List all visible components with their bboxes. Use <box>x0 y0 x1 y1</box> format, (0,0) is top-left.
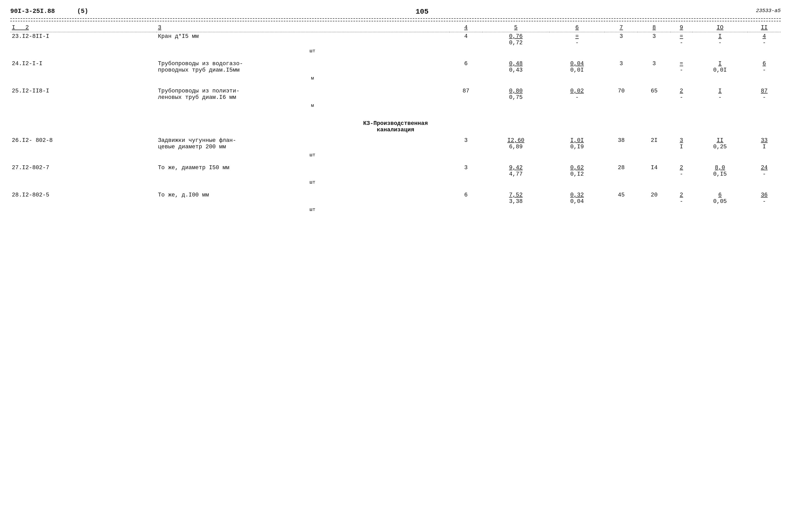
col-header-1: I 2 <box>10 23 157 32</box>
spacer-row <box>10 162 781 164</box>
unit-cell-label: шт <box>157 206 449 216</box>
cell-col11: 4- <box>748 32 781 48</box>
cell-col11: 24- <box>748 164 781 178</box>
col-header-7: 7 <box>605 23 638 32</box>
spacer-row <box>10 216 781 218</box>
cell-description: То же, диаметр I50 мм <box>157 164 449 178</box>
unit-cell-empty <box>10 102 157 112</box>
cell-col9: 2- <box>671 87 692 102</box>
unit-row: шт <box>10 47 781 57</box>
spacer-cell <box>10 85 781 87</box>
cell-col6: 0,02- <box>549 87 605 102</box>
cell-col9: 2- <box>671 191 692 206</box>
main-table: I 2 3 4 5 6 7 8 9 IO II 23.I2-8II-IКран … <box>10 23 781 218</box>
fraction-9: =- <box>680 33 683 46</box>
spacer-cell <box>10 112 781 114</box>
row-id: 25.I2-II8-I <box>12 88 49 94</box>
cell-col5: I2,606,89 <box>482 136 549 151</box>
cell-col9: =- <box>671 32 692 48</box>
fraction-9: 3I <box>680 137 683 150</box>
doc-code: 23533-a5 <box>756 8 781 14</box>
unit-cell-empty <box>10 178 157 189</box>
fraction-6: =- <box>575 33 579 46</box>
cell-col5: 9,424,77 <box>482 164 549 178</box>
spacer-cell <box>10 189 781 191</box>
cell-col10: II0,25 <box>692 136 748 151</box>
fraction-10: I- <box>718 88 722 101</box>
cell-col8: 2I <box>638 136 671 151</box>
cell-col10: I- <box>692 87 748 102</box>
col-header-5: 5 <box>482 23 549 32</box>
spacer-row <box>10 189 781 191</box>
row-id: 24.I2-I-I <box>12 60 42 67</box>
cell-col9: 2- <box>671 164 692 178</box>
cell-col6: 0,040,0I <box>549 59 605 74</box>
fraction-9: =- <box>680 60 683 73</box>
cell-id: 26.I2- 802-8 <box>10 136 157 151</box>
unit-row: м <box>10 74 781 85</box>
cell-col10: I- <box>692 32 748 48</box>
cell-col7: 70 <box>605 87 638 102</box>
cell-col6: 0,320,04 <box>549 191 605 206</box>
cell-col5: 0,800,75 <box>482 87 549 102</box>
unit-cell-empty <box>10 206 157 216</box>
cell-col8: 65 <box>638 87 671 102</box>
table-row: 23.I2-8II-IКран д*I5 мм40,760,72=-33=-I-… <box>10 32 781 48</box>
cell-col8: I4 <box>638 164 671 178</box>
fraction-11: 6- <box>762 60 766 73</box>
unit-row: шт <box>10 151 781 162</box>
fraction-6: 0,620,I2 <box>570 165 584 177</box>
table-row: 25.I2-II8-IТрубопроводы из полиэти-ленов… <box>10 87 781 102</box>
col-header-9: 9 <box>671 23 692 32</box>
top-dashed-line <box>10 18 781 19</box>
cell-description: То же, д.I00 мм <box>157 191 449 206</box>
row-id: 27.I2-802-7 <box>12 165 49 171</box>
second-dashed-line <box>10 21 781 21</box>
unit-row: м <box>10 102 781 112</box>
cell-col11: 6- <box>748 59 781 74</box>
table-row: 26.I2- 802-8Задвижки чугунные флан-цевые… <box>10 136 781 151</box>
cell-col11: 36- <box>748 191 781 206</box>
unit-cell-empty <box>10 47 157 57</box>
cell-id: 25.I2-II8-I <box>10 87 157 102</box>
cell-qty: 87 <box>449 87 483 102</box>
fraction-10: 8,00,I5 <box>713 165 727 177</box>
fraction-5: 0,760,72 <box>509 33 523 46</box>
cell-col11: 87- <box>748 87 781 102</box>
unit-cell-label: шт <box>157 47 449 57</box>
page-header: 90I-3-25I.88 (5) 105 23533-a5 <box>10 8 781 16</box>
col-header-11: II <box>748 23 781 32</box>
cell-col8: 3 <box>638 59 671 74</box>
col-header-4: 4 <box>449 23 483 32</box>
table-row: 28.I2-802-5То же, д.I00 мм67,523,380,320… <box>10 191 781 206</box>
cell-qty: 4 <box>449 32 483 48</box>
doc-number: 90I-3-25I.88 <box>10 8 55 15</box>
unit-cell-rest <box>449 74 781 85</box>
cell-col8: 3 <box>638 32 671 48</box>
fraction-11: 33I <box>761 137 768 150</box>
fraction-9: 2- <box>680 165 683 177</box>
cell-description: Кран д*I5 мм <box>157 32 449 48</box>
doc-paren: (5) <box>77 8 88 15</box>
fraction-6: 0,02- <box>570 88 584 101</box>
table-row: 27.I2-802-7То же, диаметр I50 мм39,424,7… <box>10 164 781 178</box>
cell-description: Трубопроводы из водогазо-проводных труб … <box>157 59 449 74</box>
cell-col6: =- <box>549 32 605 48</box>
cell-qty: 6 <box>449 59 483 74</box>
fraction-11: 4- <box>762 33 766 46</box>
cell-col5: 0,760,72 <box>482 32 549 48</box>
column-header-row: I 2 3 4 5 6 7 8 9 IO II <box>10 23 781 32</box>
unit-cell-rest <box>449 102 781 112</box>
cell-id: 27.I2-802-7 <box>10 164 157 178</box>
col-header-6: 6 <box>549 23 605 32</box>
fraction-10: II0,25 <box>713 137 727 150</box>
unit-cell-rest <box>449 178 781 189</box>
fraction-5: I2,606,89 <box>507 137 524 150</box>
table-row: 24.I2-I-IТрубопроводы из водогазо-провод… <box>10 59 781 74</box>
cell-col7: 3 <box>605 59 638 74</box>
header-right: 23533-a5 <box>756 8 781 14</box>
unit-cell-rest <box>449 151 781 162</box>
unit-cell-label: м <box>157 102 449 112</box>
cell-description: Задвижки чугунные флан-цевые диаметр 200… <box>157 136 449 151</box>
unit-row: шт <box>10 178 781 189</box>
